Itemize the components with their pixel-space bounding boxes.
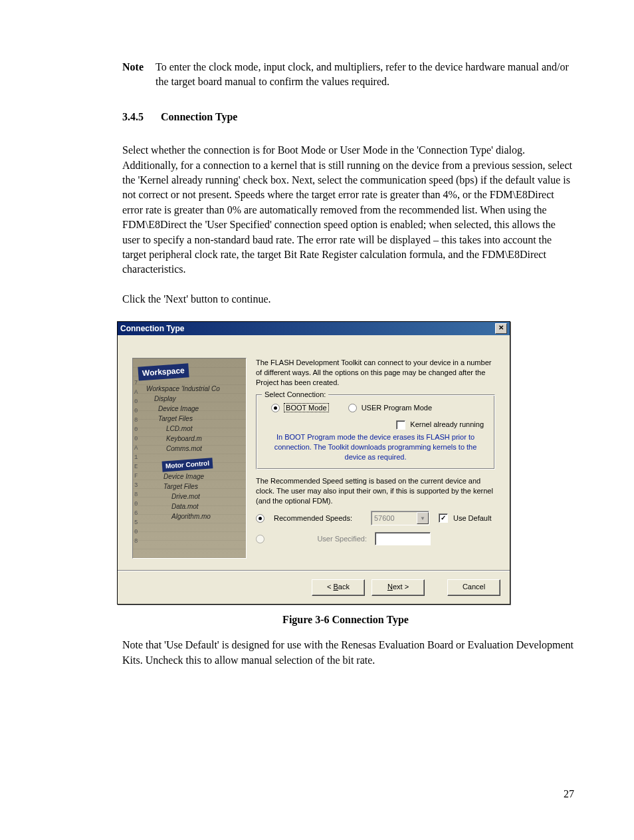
section-number: 3.4.5	[122, 110, 158, 124]
kernel-running-label: Kernel already running	[410, 420, 484, 428]
radio-icon	[348, 404, 357, 412]
speed-explanation: The Recommended Speed setting is based o…	[256, 476, 495, 506]
radio-user-program-mode[interactable]: USER Program Mode	[348, 403, 432, 413]
paragraph-1: Select whether the connection is for Boo…	[122, 143, 574, 277]
note-text: To enter the clock mode, input clock, an…	[156, 60, 574, 90]
motor-control-banner: Motor Control	[162, 458, 213, 472]
user-specified-input[interactable]	[375, 532, 431, 545]
radio-recommended[interactable]	[256, 514, 264, 523]
figure-connection-type: Connection Type ✕ 7A00800A1EF3806508 Wor…	[117, 321, 574, 627]
radio-icon	[271, 404, 280, 412]
user-specified-row: User Specified:	[256, 532, 495, 545]
checkbox-use-default[interactable]: Use Default	[439, 513, 491, 523]
speed-value: 57600	[374, 513, 395, 523]
dialog-button-row: < Back Next > Cancel	[118, 571, 510, 604]
user-program-mode-label: USER Program Mode	[362, 404, 432, 412]
dialog-connection-type: Connection Type ✕ 7A00800A1EF3806508 Wor…	[117, 321, 510, 605]
wizard-side-image: 7A00800A1EF3806508 Workspace Workspace '…	[132, 358, 247, 559]
next-label-rest: ext	[393, 583, 403, 591]
recommended-label: Recommended Speeds:	[271, 513, 367, 523]
next-button[interactable]: Next >	[371, 579, 425, 596]
workspace-tree-2: Device Image Target Files Drive.mot Data…	[159, 472, 211, 521]
figure-caption: Figure 3-6 Connection Type	[117, 613, 574, 627]
radio-user-specified[interactable]	[256, 535, 264, 543]
note-label: Note	[122, 60, 156, 90]
boot-mode-note: In BOOT Program mode the device erases i…	[262, 430, 489, 464]
radio-boot-mode[interactable]: BOOT Mode	[271, 403, 328, 413]
checkbox-icon	[396, 420, 405, 430]
section-title: Connection Type	[161, 111, 237, 122]
paragraph-2: Click the 'Next' button to continue.	[122, 292, 574, 307]
speed-combo[interactable]: 57600 ▼	[371, 511, 429, 525]
close-icon[interactable]: ✕	[495, 323, 507, 334]
workspace-tree-1: Workspace 'Industrial Co Display Device …	[146, 384, 220, 454]
dialog-titlebar: Connection Type ✕	[118, 322, 510, 335]
use-default-label: Use Default	[453, 515, 491, 522]
select-connection-legend: Select Connection:	[262, 390, 328, 400]
section-heading: 3.4.5 Connection Type	[122, 110, 574, 124]
paragraph-3: Note that 'Use Default' is designed for …	[122, 638, 574, 668]
page-number: 27	[564, 787, 574, 801]
back-button[interactable]: < Back	[312, 579, 365, 596]
dialog-intro: The FLASH Development Toolkit can connec…	[256, 358, 495, 388]
dialog-title: Connection Type	[120, 322, 184, 335]
dialog-right-pane: The FLASH Development Toolkit can connec…	[256, 358, 495, 559]
user-specified-label: User Specified:	[271, 534, 371, 544]
hex-column: 7A00800A1EF3806508	[134, 378, 138, 546]
note-block: Note To enter the clock mode, input cloc…	[122, 60, 574, 90]
chevron-down-icon: ▼	[417, 512, 429, 524]
recommended-speed-row: Recommended Speeds: 57600 ▼ Use Default	[256, 511, 495, 525]
checkbox-icon	[439, 513, 448, 523]
cancel-button[interactable]: Cancel	[447, 579, 500, 596]
select-connection-group: Select Connection: BOOT Mode USER Progra…	[256, 394, 495, 470]
workspace-banner: Workspace	[138, 363, 189, 380]
back-label-rest: ack	[338, 583, 350, 591]
boot-mode-label: BOOT Mode	[284, 404, 328, 412]
checkbox-kernel-running[interactable]: Kernel already running	[396, 420, 484, 428]
